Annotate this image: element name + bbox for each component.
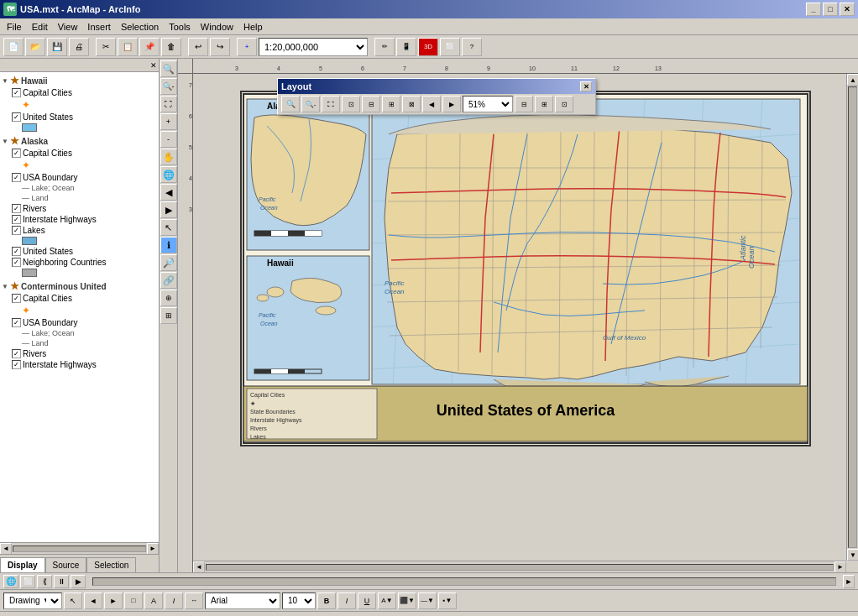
map-canvas[interactable]: Layout ✕ 🔍 🔍- ⛶ ⊡ ⊟ ⊞ ⊠ ◀ ▶ 51% 25% xyxy=(193,74,858,572)
layout-zoom-select[interactable]: 51% 25% 75% 100% xyxy=(463,96,513,112)
full-extent-tool[interactable]: ⛶ xyxy=(160,96,177,112)
menu-insert[interactable]: Insert xyxy=(82,20,116,34)
draw-text-tool[interactable]: A xyxy=(144,593,163,609)
measure-tool[interactable]: ⊕ xyxy=(160,290,177,306)
v-scroll-track[interactable] xyxy=(848,86,857,548)
hawaii-capitals-checkbox[interactable] xyxy=(12,88,21,97)
alaska-capitals-checkbox[interactable] xyxy=(12,149,21,158)
nav-pause[interactable]: ⏸ xyxy=(54,575,69,588)
conus-boundary-checkbox[interactable] xyxy=(12,318,21,327)
alaska-boundary-checkbox[interactable] xyxy=(12,173,21,182)
layout-full[interactable]: ⛶ xyxy=(322,96,340,112)
fill-color-button[interactable]: ▪▼ xyxy=(438,593,457,609)
toc-item-alaska-rivers[interactable]: Rivers xyxy=(2,203,157,214)
page-scroll-right[interactable]: ► xyxy=(843,575,855,588)
menu-file[interactable]: File xyxy=(2,20,27,34)
toc-item-alaska-highways[interactable]: Interstate Highways xyxy=(2,214,157,225)
underline-button[interactable]: U xyxy=(358,593,376,609)
close-button[interactable]: ✕ xyxy=(840,3,855,16)
expand-alaska-icon[interactable]: ▼ xyxy=(2,138,8,145)
layout-fit2[interactable]: ⊟ xyxy=(362,96,380,112)
tab-selection[interactable]: Selection xyxy=(86,557,136,572)
tab-display[interactable]: Display xyxy=(0,557,45,572)
window-controls[interactable]: _ □ ✕ xyxy=(806,3,855,16)
font-select[interactable]: Arial xyxy=(205,593,280,609)
undo-button[interactable]: ↩ xyxy=(188,38,208,56)
page-scroll-track[interactable] xyxy=(92,577,836,586)
pan-tool[interactable]: ✋ xyxy=(160,149,177,165)
layout-btn3[interactable]: ⊡ xyxy=(555,96,573,112)
map-v-scrollbar[interactable]: ▲ ▼ xyxy=(846,74,858,561)
minimize-button[interactable]: _ xyxy=(806,3,821,16)
expand-hawaii-icon[interactable]: ▼ xyxy=(2,77,8,85)
select-tool[interactable]: ↖ xyxy=(160,219,177,236)
h-scroll-left-button[interactable]: ◄ xyxy=(193,561,205,573)
alaska-highways-checkbox[interactable] xyxy=(12,215,21,224)
alaska-neighbors-checkbox[interactable] xyxy=(12,258,21,267)
delete-button[interactable]: 🗑 xyxy=(161,38,181,56)
3d-button[interactable]: 3D xyxy=(418,38,438,56)
save-button[interactable]: 💾 xyxy=(47,38,67,56)
paste-button[interactable]: 📌 xyxy=(139,38,160,56)
toc-item-conus-highways[interactable]: Interstate Highways xyxy=(2,359,157,370)
scroll-up-button[interactable]: ▲ xyxy=(847,74,858,86)
bold-button[interactable]: B xyxy=(317,593,336,609)
font-size-select[interactable]: 10 xyxy=(282,593,316,609)
h-scroll-right-button[interactable]: ► xyxy=(834,561,846,573)
toc-item-alaska-capitals[interactable]: Capital Cities xyxy=(2,148,157,159)
draw-tool3[interactable]: ↔ xyxy=(185,593,203,609)
line-color-button[interactable]: —▼ xyxy=(418,593,437,609)
highlight-button[interactable]: ⬛▼ xyxy=(398,593,416,609)
copy-button[interactable]: 📋 xyxy=(118,38,138,56)
toc-item-alaska-neighbors[interactable]: Neighboring Countries xyxy=(2,257,157,268)
conus-rivers-checkbox[interactable] xyxy=(12,349,21,358)
toc-item-hawaii-capitals[interactable]: Capital Cities xyxy=(2,87,157,98)
map-h-scrollbar[interactable]: ◄ ► xyxy=(193,561,846,572)
fixed-zoom-out-tool[interactable]: - xyxy=(160,131,177,148)
globe-tool[interactable]: 🌐 xyxy=(160,166,177,183)
zoom-out-tool[interactable]: 🔍- xyxy=(160,78,177,95)
toc-item-alaska-lakes[interactable]: Lakes xyxy=(2,225,157,236)
forward-tool[interactable]: ▶ xyxy=(160,201,177,218)
toc-item-alaska-boundary[interactable]: USA Boundary xyxy=(2,172,157,183)
toc-item-hawaii-us[interactable]: United States xyxy=(2,112,157,123)
hyperlink-tool[interactable]: 🔗 xyxy=(160,272,177,289)
layout-btn1[interactable]: ⊟ xyxy=(515,96,533,112)
toc-scroll-left[interactable]: ◄ xyxy=(0,543,12,555)
font-color-button[interactable]: A▼ xyxy=(378,593,396,609)
layout-dialog-close[interactable]: ✕ xyxy=(580,81,592,91)
menu-edit[interactable]: Edit xyxy=(27,20,53,34)
toc-group-alaska-header[interactable]: ▼ ★ Alaska xyxy=(2,134,157,148)
layout-btn2[interactable]: ⊞ xyxy=(535,96,553,112)
toc-item-conus-capitals[interactable]: Capital Cities xyxy=(2,293,157,304)
nav-next[interactable]: ▶ xyxy=(71,575,86,588)
italic-button[interactable]: I xyxy=(337,593,356,609)
layout-zoom-out[interactable]: 🔍- xyxy=(301,96,320,112)
hawaii-us-checkbox[interactable] xyxy=(12,112,21,122)
back-tool[interactable]: ◀ xyxy=(160,184,177,201)
expand-conus-icon[interactable]: ▼ xyxy=(2,283,8,290)
fixed-zoom-in-tool[interactable]: + xyxy=(160,113,177,130)
cut-button[interactable]: ✂ xyxy=(96,38,116,56)
draw-fwd-tool[interactable]: ► xyxy=(104,593,123,609)
window-button[interactable]: ⬜ xyxy=(440,38,460,56)
draw-back-tool[interactable]: ◄ xyxy=(84,593,102,609)
layout-fit-page[interactable]: ⊡ xyxy=(342,96,360,112)
editor-button[interactable]: ✏ xyxy=(374,38,395,56)
layout-fit3[interactable]: ⊞ xyxy=(382,96,400,112)
draw-rect-tool[interactable]: □ xyxy=(124,593,143,609)
toc-h-scrollbar[interactable]: ◄ ► xyxy=(0,542,159,554)
redo-button[interactable]: ↪ xyxy=(210,38,230,56)
layout-fit4[interactable]: ⊠ xyxy=(402,96,421,112)
arcpad-button[interactable]: 📱 xyxy=(396,38,416,56)
menu-help[interactable]: Help xyxy=(238,20,268,34)
drawing-mode-select[interactable]: Drawing ▼ xyxy=(3,593,62,609)
maximize-button[interactable]: □ xyxy=(823,3,838,16)
identify-tool[interactable]: 🔎 xyxy=(160,254,177,271)
info-tool[interactable]: ℹ xyxy=(160,237,177,253)
help-button[interactable]: ? xyxy=(462,38,482,56)
menu-view[interactable]: View xyxy=(53,20,83,34)
toc-scroll-right[interactable]: ► xyxy=(147,543,159,555)
menu-tools[interactable]: Tools xyxy=(164,20,196,34)
layout-nav-back[interactable]: ◀ xyxy=(422,96,441,112)
